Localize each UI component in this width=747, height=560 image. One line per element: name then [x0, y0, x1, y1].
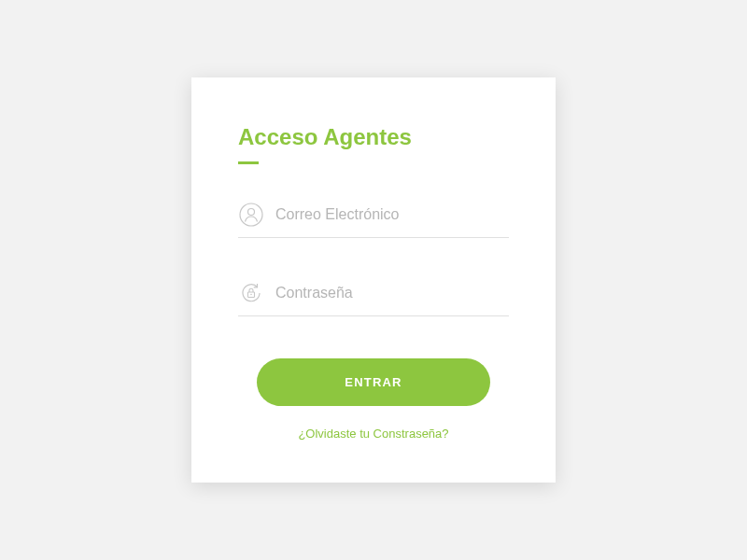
svg-point-3: [250, 294, 252, 296]
forgot-password-row: ¿Olvidaste tu Constraseña?: [238, 427, 509, 441]
password-field-row: [238, 280, 509, 316]
password-input[interactable]: [275, 285, 509, 301]
login-card: Acceso Agentes ENTRAR ¿Olvidaste tu Cons…: [191, 77, 556, 483]
svg-point-1: [248, 209, 255, 216]
user-icon: [238, 202, 264, 228]
title-underline: [238, 161, 259, 164]
page-title: Acceso Agentes: [238, 124, 509, 150]
email-input[interactable]: [275, 206, 509, 223]
forgot-password-link[interactable]: ¿Olvidaste tu Constraseña?: [298, 427, 448, 441]
lock-refresh-icon: [238, 280, 264, 306]
submit-button[interactable]: ENTRAR: [257, 358, 490, 406]
email-field-row: [238, 202, 509, 238]
